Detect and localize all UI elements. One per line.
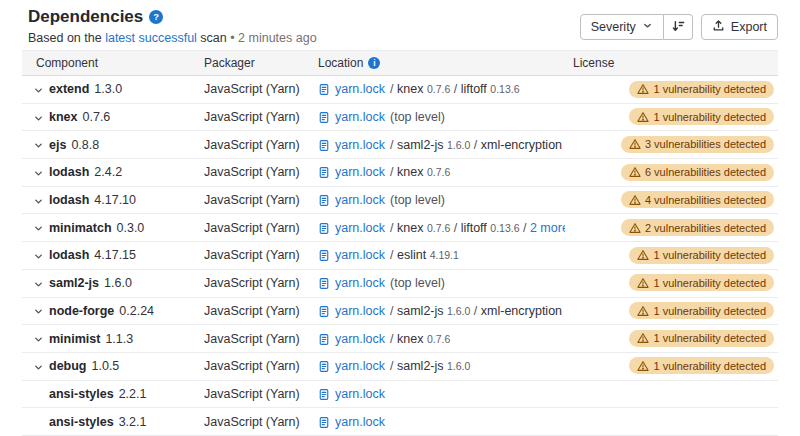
row-expand-chevron-icon[interactable] bbox=[33, 85, 44, 96]
vulnerability-badge[interactable]: 1 vulnerability detected bbox=[629, 357, 774, 374]
component-version: 4.17.10 bbox=[94, 193, 136, 207]
warning-triangle-icon bbox=[637, 360, 649, 372]
file-icon bbox=[318, 388, 330, 401]
row-expand-chevron-icon[interactable] bbox=[33, 140, 44, 151]
component-name: minimist bbox=[49, 332, 100, 346]
vulnerability-badge-label: 1 vulnerability detected bbox=[653, 111, 766, 123]
component-cell: debug 1.0.5 bbox=[22, 359, 196, 373]
help-icon[interactable]: ? bbox=[149, 10, 163, 24]
vulnerability-badge-label: 1 vulnerability detected bbox=[653, 360, 766, 372]
location-cell: yarn.lock / saml2-js 1.6.0 / xml-encrypt… bbox=[310, 138, 565, 152]
table-row: extend 1.3.0 JavaScript (Yarn) yarn.lock… bbox=[22, 76, 778, 104]
row-expand-chevron-icon[interactable] bbox=[33, 279, 44, 290]
sort-button-group: Severity bbox=[580, 14, 693, 40]
location-file-link[interactable]: yarn.lock bbox=[335, 138, 385, 152]
vulnerability-badge[interactable]: 1 vulnerability detected bbox=[629, 274, 774, 291]
vulnerability-badge[interactable]: 2 vulnerabilities detected bbox=[621, 219, 774, 236]
file-icon bbox=[318, 416, 330, 429]
vulnerability-badge[interactable]: 1 vulnerability detected bbox=[629, 108, 774, 125]
row-expand-chevron-icon[interactable] bbox=[33, 113, 44, 124]
location-file-link[interactable]: yarn.lock bbox=[335, 304, 385, 318]
row-expand-chevron-icon[interactable] bbox=[33, 334, 44, 345]
vulnerability-badge[interactable]: 4 vulnerabilities detected bbox=[621, 191, 774, 208]
component-name: minimatch bbox=[49, 221, 112, 235]
row-expand-chevron-icon[interactable] bbox=[33, 251, 44, 262]
location-file-link[interactable]: yarn.lock bbox=[335, 248, 385, 262]
row-expand-chevron-icon[interactable] bbox=[33, 196, 44, 207]
file-icon bbox=[318, 111, 330, 124]
table-row: lodash 4.17.15 JavaScript (Yarn) yarn.lo… bbox=[22, 242, 778, 270]
row-expand-chevron-icon[interactable] bbox=[33, 306, 44, 317]
component-cell: minimist 1.1.3 bbox=[22, 332, 196, 346]
location-cell: yarn.lock (top level) bbox=[310, 110, 565, 124]
location-more-link[interactable]: 2 more bbox=[530, 221, 565, 235]
packager-cell: JavaScript (Yarn) bbox=[196, 193, 310, 207]
badge-cell: 1 vulnerability detected bbox=[621, 330, 778, 348]
file-icon bbox=[318, 194, 330, 207]
latest-scan-link[interactable]: latest successful bbox=[105, 31, 197, 45]
vulnerability-badge-label: 1 vulnerability detected bbox=[653, 277, 766, 289]
location-file-link[interactable]: yarn.lock bbox=[335, 193, 385, 207]
location-cell: yarn.lock bbox=[310, 387, 565, 401]
component-version: 0.3.0 bbox=[117, 221, 145, 235]
vulnerability-badge[interactable]: 1 vulnerability detected bbox=[629, 81, 774, 98]
file-icon bbox=[318, 166, 330, 179]
dependency-table: Component Packager Location i License ex… bbox=[22, 50, 778, 436]
packager-cell: JavaScript (Yarn) bbox=[196, 138, 310, 152]
vulnerability-badge[interactable]: 3 vulnerabilities detected bbox=[621, 136, 774, 153]
location-cell: yarn.lock (top level) bbox=[310, 193, 565, 207]
sort-direction-button[interactable] bbox=[664, 14, 693, 40]
vulnerability-badge[interactable]: 1 vulnerability detected bbox=[629, 330, 774, 347]
table-row: minimatch 0.3.0 JavaScript (Yarn) yarn.l… bbox=[22, 214, 778, 242]
badge-cell: 1 vulnerability detected bbox=[621, 302, 778, 320]
location-path: (top level) bbox=[390, 276, 445, 290]
component-version: 0.2.24 bbox=[119, 304, 154, 318]
vulnerability-badge[interactable]: 1 vulnerability detected bbox=[629, 247, 774, 264]
table-row: lodash 4.17.10 JavaScript (Yarn) yarn.lo… bbox=[22, 187, 778, 215]
export-icon bbox=[712, 19, 725, 35]
component-cell: lodash 4.17.15 bbox=[22, 248, 196, 262]
column-header-license: License bbox=[565, 56, 762, 70]
warning-triangle-icon bbox=[629, 138, 641, 150]
vulnerability-badge-label: 4 vulnerabilities detected bbox=[645, 194, 766, 206]
badge-cell: 1 vulnerability detected bbox=[621, 247, 778, 265]
column-header-packager: Packager bbox=[196, 56, 310, 70]
packager-cell: JavaScript (Yarn) bbox=[196, 387, 310, 401]
vulnerability-badge-label: 2 vulnerabilities detected bbox=[645, 222, 766, 234]
packager-cell: JavaScript (Yarn) bbox=[196, 332, 310, 346]
column-header-location-label: Location bbox=[318, 56, 363, 70]
location-file-link[interactable]: yarn.lock bbox=[335, 359, 385, 373]
component-cell: lodash 4.17.10 bbox=[22, 193, 196, 207]
row-expand-chevron-icon[interactable] bbox=[33, 223, 44, 234]
export-button[interactable]: Export bbox=[701, 14, 778, 40]
table-row: ejs 0.8.8 JavaScript (Yarn) yarn.lock / … bbox=[22, 131, 778, 159]
location-file-link[interactable]: yarn.lock bbox=[335, 276, 385, 290]
location-file-link[interactable]: yarn.lock bbox=[335, 165, 385, 179]
header-left: Dependencies ? Based on the latest succe… bbox=[28, 7, 317, 45]
severity-dropdown-button[interactable]: Severity bbox=[580, 14, 664, 40]
warning-triangle-icon bbox=[637, 111, 649, 123]
component-version: 2.4.2 bbox=[94, 165, 122, 179]
location-info-icon[interactable]: i bbox=[368, 57, 380, 69]
vulnerability-badge[interactable]: 6 vulnerabilities detected bbox=[621, 164, 774, 181]
column-header-component: Component bbox=[22, 56, 196, 70]
vulnerability-badge-label: 1 vulnerability detected bbox=[653, 332, 766, 344]
location-cell: yarn.lock bbox=[310, 415, 565, 429]
row-expand-chevron-icon[interactable] bbox=[33, 168, 44, 179]
packager-cell: JavaScript (Yarn) bbox=[196, 415, 310, 429]
row-expand-chevron-icon[interactable] bbox=[33, 362, 44, 373]
location-file-link[interactable]: yarn.lock bbox=[335, 110, 385, 124]
badge-cell: 1 vulnerability detected bbox=[621, 108, 778, 126]
location-file-link[interactable]: yarn.lock bbox=[335, 221, 385, 235]
location-file-link[interactable]: yarn.lock bbox=[335, 332, 385, 346]
location-file-link[interactable]: yarn.lock bbox=[335, 415, 385, 429]
subtitle-suffix: scan bbox=[200, 31, 226, 45]
component-version: 3.2.1 bbox=[119, 415, 147, 429]
location-file-link[interactable]: yarn.lock bbox=[335, 82, 385, 96]
location-file-link[interactable]: yarn.lock bbox=[335, 387, 385, 401]
vulnerability-badge[interactable]: 1 vulnerability detected bbox=[629, 302, 774, 319]
badge-cell: 1 vulnerability detected bbox=[621, 274, 778, 292]
component-version: 1.6.0 bbox=[104, 276, 132, 290]
warning-triangle-icon bbox=[637, 249, 649, 261]
packager-cell: JavaScript (Yarn) bbox=[196, 359, 310, 373]
